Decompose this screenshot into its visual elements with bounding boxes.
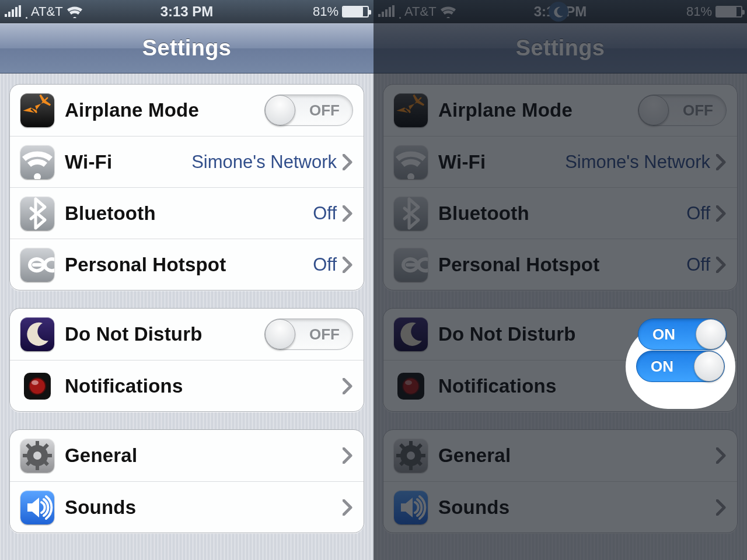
notifications-label: Notifications (65, 375, 183, 397)
sounds-label: Sounds (438, 496, 509, 519)
row-sounds[interactable]: Sounds (383, 481, 737, 533)
bluetooth-label: Bluetooth (65, 202, 156, 225)
chevron-right-icon (716, 447, 727, 464)
speaker-icon (20, 491, 54, 524)
moon-icon (20, 317, 54, 351)
row-airplane-mode[interactable]: Airplane Mode OFF (383, 85, 737, 136)
bluetooth-label: Bluetooth (438, 202, 529, 225)
general-label: General (65, 444, 137, 467)
nav-bar: Settings (374, 23, 747, 74)
row-hotspot[interactable]: Personal Hotspot Off (10, 239, 364, 290)
dnd-label: Do Not Disturb (438, 323, 576, 345)
chevron-right-icon (343, 447, 353, 464)
chevron-right-icon (716, 257, 727, 273)
hotspot-label: Personal Hotspot (438, 254, 599, 276)
wifi-icon (20, 145, 54, 179)
row-dnd[interactable]: Do Not Disturb OFF (10, 309, 364, 360)
hotspot-icon (394, 248, 428, 282)
group-general: General Sounds (383, 429, 738, 533)
toggle-off-text: OFF (309, 102, 340, 120)
gear-icon (394, 439, 428, 473)
clock-label: 3:13 PM (0, 4, 374, 20)
chevron-right-icon (343, 154, 353, 170)
group-do-not-disturb: Do Not Disturb OFF Notifications (9, 308, 364, 412)
dnd-toggle-highlighted[interactable]: ON (636, 351, 725, 382)
notifications-icon (20, 369, 54, 403)
group-general: General Sounds (9, 429, 364, 533)
row-bluetooth[interactable]: Bluetooth Off (10, 187, 364, 239)
row-bluetooth[interactable]: Bluetooth Off (383, 187, 737, 239)
chevron-right-icon (343, 205, 353, 222)
dnd-toggle[interactable]: ON (638, 318, 727, 350)
chevron-right-icon (343, 378, 353, 394)
row-wifi[interactable]: Wi-Fi Simone's Network (383, 136, 737, 187)
toggle-knob (696, 319, 726, 349)
row-sounds[interactable]: Sounds (10, 481, 364, 533)
airplane-icon (394, 93, 428, 127)
sounds-label: Sounds (65, 496, 136, 519)
chevron-right-icon (343, 499, 353, 516)
gear-icon (20, 439, 54, 473)
battery-icon (715, 6, 742, 18)
general-label: General (438, 444, 511, 467)
chevron-right-icon (716, 205, 727, 222)
page-title: Settings (516, 36, 605, 61)
row-general[interactable]: General (10, 430, 364, 481)
airplane-label: Airplane Mode (65, 99, 199, 121)
hotspot-icon (20, 248, 54, 282)
nav-bar: Settings (0, 23, 374, 74)
bluetooth-value: Off (313, 203, 337, 224)
toggle-on-text: ON (651, 358, 673, 376)
phone-left: AT&T 3:13 PM 81% Settings Airplane Mode … (0, 0, 374, 560)
toggle-knob (265, 319, 295, 349)
bluetooth-icon (394, 197, 428, 230)
status-bar: AT&T 3:13 PM 81% (0, 0, 374, 23)
airplane-toggle[interactable]: OFF (264, 94, 353, 126)
toggle-knob (265, 95, 295, 125)
settings-content[interactable]: Airplane Mode OFF Wi-Fi Simone's Network… (374, 74, 747, 560)
bluetooth-icon (20, 197, 54, 230)
airplane-icon (20, 93, 54, 127)
dnd-status-moon-icon (549, 2, 568, 22)
wifi-label: Wi-Fi (65, 151, 112, 173)
hotspot-value: Off (686, 254, 710, 275)
notifications-icon (394, 369, 428, 403)
chevron-right-icon (343, 257, 353, 273)
bluetooth-value: Off (686, 203, 710, 224)
airplane-label: Airplane Mode (438, 99, 573, 121)
row-wifi[interactable]: Wi-Fi Simone's Network (10, 136, 364, 187)
airplane-toggle[interactable]: OFF (638, 94, 727, 126)
group-network: Airplane Mode OFF Wi-Fi Simone's Network… (9, 84, 364, 290)
toggle-knob (638, 95, 669, 125)
hotspot-value: Off (313, 254, 337, 275)
speaker-icon (394, 491, 428, 524)
settings-content[interactable]: Airplane Mode OFF Wi-Fi Simone's Network… (0, 74, 374, 560)
row-airplane-mode[interactable]: Airplane Mode OFF (10, 85, 364, 136)
phone-right: AT&T 3:13 PM 81% Settings Airplane Mode … (374, 0, 747, 560)
group-network: Airplane Mode OFF Wi-Fi Simone's Network… (383, 84, 738, 290)
row-notifications[interactable]: Notifications (10, 360, 364, 411)
chevron-right-icon (716, 154, 727, 170)
chevron-right-icon (716, 499, 727, 516)
row-hotspot[interactable]: Personal Hotspot Off (383, 239, 737, 290)
toggle-off-text: OFF (309, 326, 340, 344)
toggle-on-text: ON (652, 326, 675, 344)
toggle-knob (694, 351, 724, 382)
dnd-label: Do Not Disturb (65, 323, 203, 345)
toggle-off-text: OFF (683, 102, 713, 120)
hotspot-label: Personal Hotspot (65, 254, 226, 276)
page-title: Settings (142, 36, 231, 61)
moon-icon (394, 317, 428, 351)
notifications-label: Notifications (438, 375, 556, 397)
wifi-value: Simone's Network (191, 152, 337, 173)
wifi-icon (394, 145, 428, 179)
wifi-value: Simone's Network (565, 152, 710, 173)
battery-icon (342, 6, 369, 18)
wifi-label: Wi-Fi (438, 151, 486, 173)
row-general[interactable]: General (383, 430, 737, 481)
dnd-toggle[interactable]: OFF (264, 318, 353, 350)
status-bar: AT&T 3:13 PM 81% (374, 0, 747, 23)
